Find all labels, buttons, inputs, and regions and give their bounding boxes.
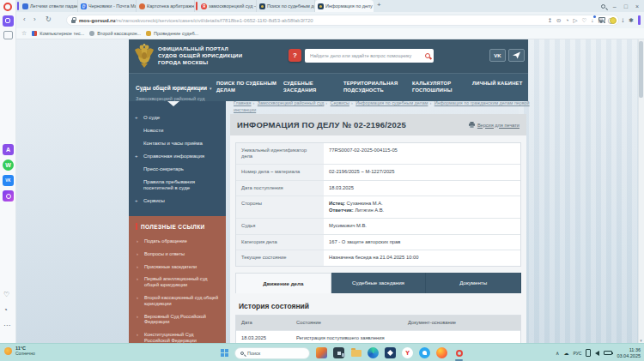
aria-ai-icon[interactable]: A <box>3 144 14 155</box>
file-explorer-icon[interactable] <box>350 347 361 358</box>
widgets-icon[interactable] <box>316 347 327 358</box>
scrollbar-thumb[interactable] <box>639 41 643 98</box>
browser-tab-6-active[interactable]: Информация по делу № <box>315 0 374 12</box>
firefox-icon[interactable] <box>436 347 447 358</box>
instagram-icon[interactable] <box>3 190 14 202</box>
language-indicator[interactable]: РУС <box>573 351 581 356</box>
browser-tab-5[interactable]: Поиск по судебным дел... <box>257 0 315 12</box>
snapshot-icon[interactable]: ⊙ <box>556 17 561 24</box>
share-icon[interactable]: ↥ <box>548 17 552 24</box>
rail-more-icon[interactable]: ⋯ <box>3 322 10 329</box>
new-tab-button[interactable]: + <box>374 0 385 12</box>
site-search-input[interactable] <box>308 52 425 59</box>
back-icon[interactable]: ‹ <box>23 15 26 24</box>
workspace-active-icon[interactable] <box>3 15 14 27</box>
opera-icon-active[interactable] <box>453 347 465 358</box>
bookmark-item-2[interactable]: Второй кассацион... <box>89 31 141 36</box>
bookmark-item-3[interactable]: Проведение судеб... <box>146 31 198 36</box>
link-submit-appeal[interactable]: ›Подать обращение <box>129 235 226 248</box>
link-second-cassation[interactable]: ›Второй кассационный суд общей юрисдикци… <box>129 292 226 310</box>
tab-documents[interactable]: Документы <box>426 273 521 293</box>
nav-personal-cabinet[interactable]: ЛИЧНЫЙ КАБИНЕТ <box>472 81 536 87</box>
court-favicon <box>318 3 324 9</box>
link-faq[interactable]: ›Вопросы и ответы <box>129 248 226 261</box>
minimize-button[interactable]: – <box>613 3 617 9</box>
crumb-home[interactable]: Главная <box>234 100 252 105</box>
page-url[interactable]: mos-gorsud.ru/rs/zamoskvoreckij/services… <box>79 18 313 23</box>
edge-browser-icon[interactable] <box>368 347 379 358</box>
nav-fee-calculator[interactable]: КАЛЬКУЛЯТОР ГОСПОШЛИНЫ <box>412 81 476 93</box>
photos-app-icon[interactable] <box>385 347 396 358</box>
telegram-social-button[interactable] <box>508 49 525 62</box>
tab-search-icon[interactable] <box>601 4 605 9</box>
news-favicon <box>22 3 28 9</box>
assistant-help-button[interactable]: ? <box>289 49 301 62</box>
site-search-icon[interactable] <box>425 53 430 58</box>
bookmarks-heart-icon[interactable]: ♡ <box>3 292 9 298</box>
maximize-button[interactable]: □ <box>624 3 628 9</box>
battery-icon[interactable] <box>604 351 612 355</box>
sidebar-toggle-icon[interactable] <box>638 15 641 25</box>
crumb-case-info[interactable]: Информация по судебным делам <box>355 100 428 105</box>
sidebar-item-services[interactable]: +Сервисы <box>129 195 226 208</box>
browser-app-icon[interactable] <box>419 347 430 358</box>
sidebar-item-news[interactable]: Новости <box>129 124 226 137</box>
link-jurors[interactable]: ›Присяжные заседатели <box>129 261 226 274</box>
scrollbar[interactable]: ▾ <box>638 39 644 343</box>
vk-social-button[interactable]: VK <box>489 49 506 62</box>
forward-icon[interactable]: › <box>33 15 36 24</box>
phone-link-icon[interactable] <box>586 349 591 357</box>
whatsapp-icon[interactable]: W <box>3 159 14 171</box>
bookmark-item-1[interactable]: Компьютерное тес... <box>32 31 84 36</box>
shopping-cart-icon[interactable] <box>598 17 605 21</box>
reload-icon[interactable]: ↻ <box>46 15 52 24</box>
download-icon[interactable]: ↓ <box>591 17 593 23</box>
nav-case-search[interactable]: ПОИСК ПО СУДЕБНЫМ ДЕЛАМ <box>216 81 280 93</box>
workspace-icon[interactable] <box>3 31 13 39</box>
nav-jurisdiction[interactable]: ТЕРРИТОРИАЛЬНАЯ ПОДСУДНОСТЬ <box>343 81 407 93</box>
nav-hearings[interactable]: СУДЕБНЫЕ ЗАСЕДАНИЯ <box>283 81 347 93</box>
yandex-browser-icon[interactable]: Y <box>402 347 413 358</box>
weather-widget[interactable]: 11°C Солнечно <box>4 346 35 356</box>
link-constitutional-court[interactable]: ›Конституционный Суд Российской Федераци… <box>129 328 226 343</box>
sidebar-item-about[interactable]: +О суде <box>129 111 226 124</box>
settings-gear-icon[interactable]: ✱ <box>629 17 634 24</box>
vk-messenger-icon[interactable]: VK <box>3 175 14 186</box>
sidebar-item-reference[interactable]: +Справочная информация <box>129 150 226 163</box>
tab-hearings[interactable]: Судебные заседания <box>331 273 427 293</box>
court-selector[interactable]: Суды общей юрисдикции▾ Замоскворецкий ра… <box>136 78 222 102</box>
browser-tab-1[interactable]: Летчики отвели падающ... <box>20 0 78 12</box>
link-supreme-court[interactable]: ›Верховный Суд Российской Федерации <box>129 310 226 329</box>
tray-expand-icon[interactable]: ∧ <box>556 350 559 356</box>
close-button[interactable]: × <box>635 3 639 9</box>
history-icon[interactable]: ◔ <box>3 307 8 314</box>
speaker-icon[interactable] <box>595 351 599 356</box>
opera-menu-icon[interactable] <box>3 3 12 11</box>
crumb-court[interactable]: Замоскворецкий районный суд <box>258 100 324 105</box>
bookmark-star-icon[interactable]: ☆ <box>21 30 27 37</box>
bookmark-heart-icon[interactable]: ♡ <box>581 17 586 24</box>
sidebar-item-rules[interactable]: Правила пребывания посетителей в суде <box>129 176 226 195</box>
clock[interactable]: 11:36 03.04.2025 <box>617 347 641 358</box>
onedrive-cloud-icon[interactable]: ☁ <box>563 350 568 356</box>
print-version-link[interactable]: Версия для печати <box>469 122 519 128</box>
search-icon <box>240 352 244 355</box>
taskbar-search[interactable]: Поиск <box>234 347 310 359</box>
sun-icon <box>4 347 12 355</box>
media-play-icon[interactable]: ▷ <box>573 17 577 24</box>
page-history-icon[interactable]: ◔ <box>566 17 569 23</box>
url-field[interactable]: mos-gorsud.ru/rs/zamoskvoreckij/services… <box>66 15 619 26</box>
browser-tab-2[interactable]: @Черновики - Почта Mail <box>78 0 137 12</box>
browser-tab-4[interactable]: Язамоскворецкий суд — Я <box>198 0 257 12</box>
site-search-box[interactable] <box>305 49 434 63</box>
downloads-button-icon[interactable]: ↓ <box>621 16 624 24</box>
tab-case-movement[interactable]: Движение дела <box>235 273 331 293</box>
sidebar-item-contacts[interactable]: Контакты и часы приёма <box>129 137 226 150</box>
task-view-icon[interactable] <box>333 347 344 358</box>
start-button[interactable] <box>221 349 228 357</box>
link-first-appellate[interactable]: ›Первый апелляционный суд общей юрисдикц… <box>129 273 226 292</box>
crumb-services[interactable]: Сервисы <box>331 100 349 105</box>
browser-tab-3[interactable]: Картотека арбитражны... <box>137 0 195 12</box>
wallet-icon[interactable] <box>610 17 617 24</box>
sidebar-item-press[interactable]: Пресс-секретарь <box>129 163 226 176</box>
